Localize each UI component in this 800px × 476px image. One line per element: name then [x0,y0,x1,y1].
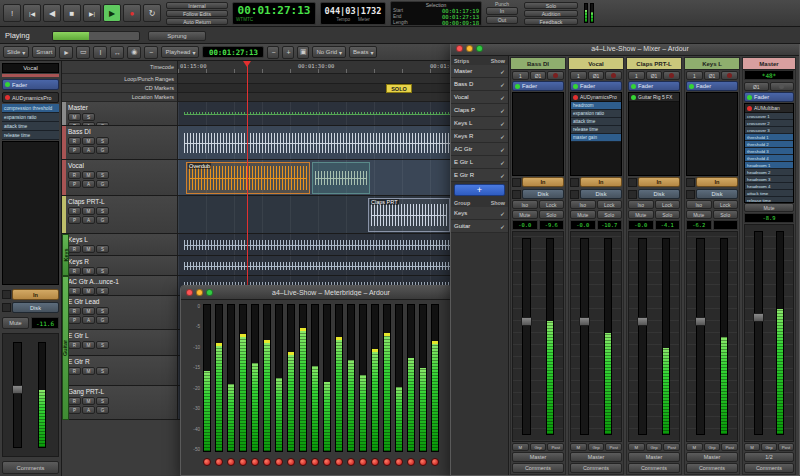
close-icon[interactable] [186,289,193,296]
plugin-control[interactable]: master gain [571,134,621,142]
fader-processor[interactable]: Fader [570,81,622,91]
playlist-button[interactable]: P [68,146,81,154]
track-header[interactable]: Keys R R M S P A G [62,256,178,275]
iso-button[interactable]: Iso [570,200,596,209]
peak-display[interactable]: -4.1 [655,220,681,230]
editor-tool-button[interactable]: I [93,46,107,59]
input-connector-icon[interactable] [628,178,637,187]
record-arm-button[interactable]: R [68,367,81,375]
output-button[interactable]: Master [512,452,564,462]
mute-button[interactable]: M [82,307,95,315]
group-button[interactable]: Grp [704,443,721,451]
solo-button[interactable]: Solo [655,210,681,219]
mute-button[interactable]: Mute [570,210,596,219]
plugin-control[interactable]: attack time [2,122,59,131]
strip-list-item[interactable]: Bass D ✓ [451,78,508,91]
phase-invert-button[interactable]: Ø1 [588,71,605,80]
track-name[interactable]: E Gtr Lead [68,297,175,306]
zoom-button[interactable]: ▣ [297,46,309,59]
visible-check-icon[interactable]: ✓ [500,223,505,230]
mute-button[interactable]: Mute [686,210,712,219]
meter-label[interactable]: Meter [358,17,370,22]
playlist-button[interactable]: P [68,180,81,188]
plugin-control[interactable]: crossover 1 [745,113,793,120]
comments-button[interactable]: Comments [744,463,794,473]
processor-box[interactable]: Guitar Rig 5 FX [628,92,680,176]
minimize-icon[interactable] [466,45,473,52]
plugin-control[interactable]: threshold 1 [745,134,793,141]
grid-units-dropdown[interactable]: Beats▾ [349,46,377,58]
input-connector-icon[interactable] [2,290,11,299]
disk-connector-icon[interactable] [570,190,579,199]
metering-button[interactable]: M [570,443,587,451]
strip-list-item[interactable]: Vocal ✓ [451,91,508,104]
record-arm-button[interactable]: R [68,267,81,275]
record-arm-button[interactable]: R [68,245,81,253]
record-arm-button[interactable] [431,458,439,466]
visible-check-icon[interactable]: ✓ [500,210,505,217]
automation-button[interactable]: A [82,146,95,154]
record-arm-button[interactable]: R [68,397,81,405]
ruler-label[interactable]: Timecode [62,61,177,74]
disk-connector-icon[interactable] [2,303,11,312]
solo-button[interactable]: Solo [713,210,739,219]
monitor-disk-button[interactable]: Disk [638,189,680,199]
group-button[interactable]: Grp [588,443,605,451]
strip-number[interactable]: 1 [686,71,703,80]
record-arm-button[interactable] [347,458,355,466]
plugin-control[interactable]: threshold 2 [745,141,793,148]
monitor-disk-button[interactable]: Disk [522,189,564,199]
shuttle-control[interactable] [52,31,140,41]
meterbridge-titlebar[interactable]: a4–Live-Show – Meterbridge – Ardour [181,286,451,300]
mute-button[interactable]: Mute [2,317,29,329]
strip-name-button[interactable]: Master [743,58,795,70]
record-arm-button[interactable] [299,458,307,466]
monitor-input-button[interactable]: In [696,177,738,187]
monitor-input-button[interactable]: In [12,289,59,300]
lock-button[interactable]: Lock [539,200,565,209]
comments-button[interactable]: Comments [628,463,680,473]
record-arm-button[interactable]: R [68,171,81,179]
iso-button[interactable]: Iso [686,200,712,209]
disk-connector-icon[interactable] [512,190,521,199]
track-group-bar[interactable]: Keys [62,234,69,276]
monitor-disk-button[interactable]: Disk [12,302,59,313]
metering-button[interactable]: M [686,443,703,451]
fader-handle[interactable] [695,317,706,326]
track-group-bar[interactable]: Guitar [62,276,69,420]
track-name[interactable]: E Gtr L [68,331,175,340]
fader-processor[interactable]: Fader [512,81,564,91]
solo-button[interactable]: S [96,397,109,405]
visible-check-icon[interactable]: ✓ [500,81,505,88]
phase-invert-button[interactable]: Ø1 [744,82,769,91]
processor-active-led[interactable] [5,82,10,87]
editor-tool-button[interactable]: ~ [144,46,158,59]
close-icon[interactable] [456,45,463,52]
gain-display[interactable]: -0.0 [570,220,596,230]
solo-button[interactable]: S [96,137,109,145]
mute-button[interactable]: M [82,397,95,405]
strip-list-item[interactable]: Keys R ✓ [451,130,508,143]
strip-list-item[interactable]: Master ✓ [451,65,508,78]
editor-tool-button[interactable]: ◉ [127,46,141,59]
mute-button[interactable]: M [82,245,95,253]
fader-handle[interactable] [579,317,590,326]
track-header[interactable]: Claps PRT-L R M S P A G [62,196,178,233]
punch-out-button[interactable]: Out [486,16,518,24]
fader-processor[interactable]: Fader [744,92,794,102]
record-arm-button[interactable]: R [68,307,81,315]
record-enable-button[interactable] [605,71,622,80]
solo-button[interactable]: S [96,367,109,375]
comments-button[interactable]: Comments [2,461,59,474]
output-button[interactable]: Master [628,452,680,462]
automation-button[interactable]: A [82,180,95,188]
fader-processor[interactable]: Fader [2,79,59,90]
ruler-label[interactable]: Loop/Punch Ranges [62,74,177,84]
solo-button[interactable]: S [96,267,109,275]
record-arm-button[interactable] [203,458,211,466]
automation-button[interactable]: A [82,406,95,414]
post-button[interactable]: Post [547,443,564,451]
secondary-clock[interactable]: 044|03|1732 Tempo Meter [320,2,386,25]
plugin-control[interactable]: headroom 4 [745,183,793,190]
minimize-icon[interactable] [196,289,203,296]
